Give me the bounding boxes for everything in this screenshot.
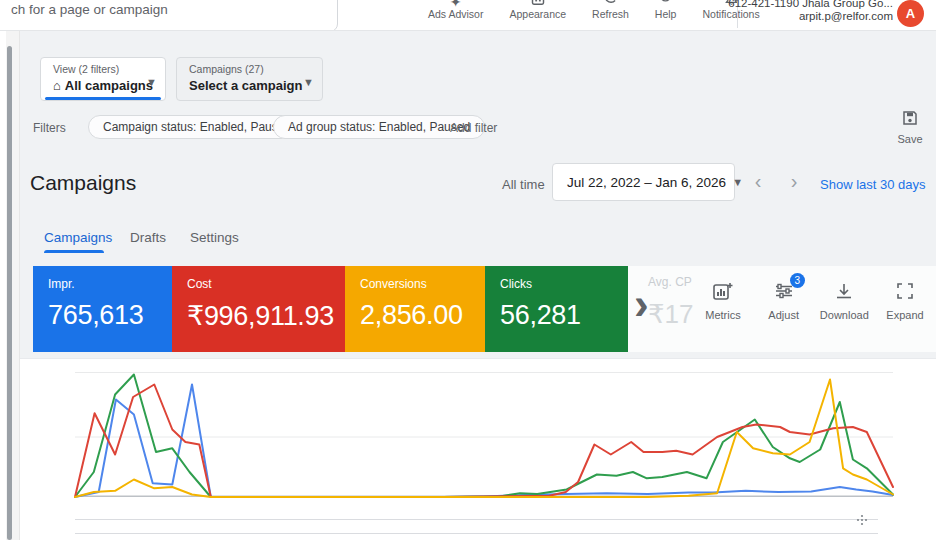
scorecard-impressions[interactable]: Impr. 765,613 <box>33 266 172 352</box>
search-box[interactable] <box>0 0 338 31</box>
appearance-button[interactable]: Appearance <box>509 0 566 30</box>
top-bar: ✦ Ads Advisor Appearance Refresh ? Help <box>0 0 936 31</box>
adjust-badge: 3 <box>790 273 805 288</box>
scorecard-label: Avg. CP <box>648 275 693 289</box>
home-icon: ⌂ <box>53 78 61 93</box>
scorecard-value: 56,281 <box>500 300 628 331</box>
campaign-dropdown-value: Select a campaign <box>189 78 302 93</box>
add-filter-button[interactable]: Add filter <box>450 121 497 135</box>
appearance-icon <box>531 0 545 6</box>
scorecard-cost[interactable]: Cost ₹996,911.93 <box>172 266 345 352</box>
chevron-down-icon: ▼ <box>732 176 743 188</box>
expand-button[interactable]: Expand <box>880 282 930 321</box>
vertical-scrollbar-track[interactable] <box>6 30 20 540</box>
scorecard-label: Cost <box>187 277 345 291</box>
save-icon <box>902 112 918 129</box>
account-email: arpit.p@relfor.com <box>728 10 893 23</box>
help-label: Help <box>655 8 677 20</box>
chart-actions-panel: Avg. CP ₹17 › Metrics 3 Adjust <box>628 266 936 352</box>
expand-label: Expand <box>886 309 923 321</box>
chart-table-separator <box>75 519 878 520</box>
view-dropdown-value: All campaigns <box>65 78 153 93</box>
help-button[interactable]: ? Help <box>655 0 677 30</box>
performance-chart[interactable] <box>75 372 893 497</box>
left-page-edge <box>0 30 6 540</box>
scorecard-label: Conversions <box>360 277 485 291</box>
metrics-label: Metrics <box>705 309 740 321</box>
time-range-label: All time <box>502 177 545 192</box>
scorecard-avg-cp-partial: Avg. CP ₹17 <box>648 275 693 330</box>
active-tab-underline <box>44 250 104 253</box>
scorecard-value: ₹17 <box>648 299 693 330</box>
svg-text:?: ? <box>664 0 668 1</box>
account-info[interactable]: 612-421-1190 Jhala Group Go... arpit.p@r… <box>728 0 893 23</box>
scorecard-value: 765,613 <box>48 300 172 331</box>
save-button[interactable]: Save <box>890 110 930 145</box>
download-icon <box>835 282 853 304</box>
chevron-down-icon: ▼ <box>303 76 314 88</box>
top-menu: ✦ Ads Advisor Appearance Refresh ? Help <box>428 0 760 30</box>
adjust-button[interactable]: 3 Adjust <box>759 282 809 321</box>
date-range-value: Jul 22, 2022 – Jan 6, 2026 <box>567 175 726 190</box>
scorecard-clicks[interactable]: Clicks 56,281 <box>485 266 628 352</box>
refresh-button[interactable]: Refresh <box>592 0 629 30</box>
table-header-separator <box>75 533 878 534</box>
download-button[interactable]: Download <box>819 282 869 321</box>
filters-label: Filters <box>33 121 66 135</box>
previous-period-button[interactable]: ‹ <box>748 170 768 193</box>
google-ads-campaigns-screen: ✦ Ads Advisor Appearance Refresh ? Help <box>0 0 936 540</box>
campaign-dropdown-label: Campaigns (27) <box>189 63 312 75</box>
scroll-scorecards-right-button[interactable]: › <box>634 274 649 334</box>
metrics-button[interactable]: Metrics <box>698 282 748 321</box>
view-dropdown-active-underline <box>45 97 161 100</box>
help-icon: ? <box>659 0 672 6</box>
avatar[interactable]: A <box>897 0 924 27</box>
ads-advisor-button[interactable]: ✦ Ads Advisor <box>428 0 483 30</box>
chart-resize-handle-icon[interactable] <box>856 512 868 530</box>
tab-drafts[interactable]: Drafts <box>130 230 166 245</box>
campaign-dropdown[interactable]: Campaigns (27) Select a campaign ▼ <box>176 57 323 101</box>
scorecard-label: Clicks <box>500 277 628 291</box>
metrics-icon <box>713 282 733 304</box>
account-name: 612-421-1190 Jhala Group Go... <box>728 0 893 10</box>
refresh-label: Refresh <box>592 8 629 20</box>
appearance-label: Appearance <box>509 8 566 20</box>
scorecard-label: Impr. <box>48 277 172 291</box>
tab-campaigns[interactable]: Campaigns <box>44 230 112 245</box>
save-label: Save <box>890 133 930 145</box>
view-dropdown[interactable]: View (2 filters) ⌂ All campaigns ▼ <box>40 57 166 101</box>
adjust-label: Adjust <box>768 309 799 321</box>
sparkle-icon: ✦ <box>450 0 462 6</box>
view-dropdown-label: View (2 filters) <box>53 63 155 75</box>
download-label: Download <box>820 309 869 321</box>
expand-icon <box>896 282 914 304</box>
chart-line-conversions <box>75 380 893 498</box>
show-last-30-days-link[interactable]: Show last 30 days <box>820 177 926 192</box>
adjust-icon <box>775 282 793 304</box>
ads-advisor-label: Ads Advisor <box>428 8 483 20</box>
scorecard-value: ₹996,911.93 <box>187 300 345 332</box>
scorecard-conversions[interactable]: Conversions 2,856.00 <box>345 266 485 352</box>
refresh-icon <box>604 0 617 6</box>
page-title: Campaigns <box>30 171 136 195</box>
search-input[interactable] <box>9 1 313 18</box>
next-period-button[interactable]: › <box>784 170 804 193</box>
vertical-scrollbar-thumb[interactable] <box>7 46 12 540</box>
chevron-down-icon: ▼ <box>146 76 157 88</box>
scorecard-value: 2,856.00 <box>360 300 485 331</box>
tab-settings[interactable]: Settings <box>190 230 239 245</box>
date-range-picker[interactable]: Jul 22, 2022 – Jan 6, 2026 ▼ <box>552 163 735 201</box>
chart-line-clicks <box>75 375 893 498</box>
